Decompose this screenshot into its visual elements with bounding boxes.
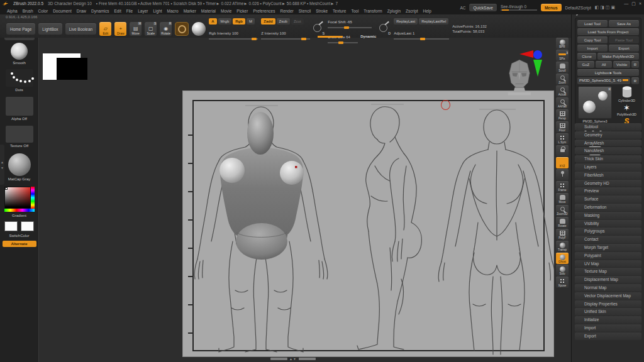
material-thumbnail[interactable] bbox=[8, 153, 31, 176]
menu-item[interactable]: Picker bbox=[235, 8, 250, 14]
right-shelf-button[interactable]: XYZ bbox=[556, 157, 569, 168]
current-material-button[interactable] bbox=[192, 22, 206, 36]
tool-section-row[interactable]: Contact bbox=[575, 236, 641, 243]
sculpt-model[interactable] bbox=[219, 112, 304, 260]
brush-thumbnail[interactable] bbox=[11, 43, 28, 60]
horizontal-scrollbar[interactable]: ▲▼ bbox=[270, 357, 316, 361]
r-button[interactable]: R bbox=[631, 61, 639, 68]
import-button[interactable]: Import bbox=[577, 45, 608, 52]
menu-item[interactable]: Macro bbox=[165, 8, 180, 14]
menu-item[interactable]: Help bbox=[421, 8, 433, 14]
clone-button[interactable]: Clone bbox=[577, 53, 596, 60]
tool-section-row[interactable]: Displacement Map bbox=[575, 276, 641, 283]
menu-item[interactable]: Layer bbox=[136, 8, 150, 14]
right-shelf-button[interactable]: Floor bbox=[556, 121, 569, 133]
menu-item[interactable]: Brush bbox=[21, 8, 35, 14]
tool-section-row[interactable]: Visibility bbox=[575, 220, 641, 228]
tool-section-row[interactable]: Thick Skin bbox=[575, 155, 641, 163]
gradient-label[interactable]: Gradient bbox=[12, 213, 26, 218]
home-page-button[interactable]: Home Page bbox=[6, 23, 35, 35]
scroll-bar-right[interactable] bbox=[299, 358, 316, 360]
see-through-track[interactable] bbox=[501, 9, 537, 11]
menu-item[interactable]: Stencil bbox=[297, 8, 313, 14]
right-shelf-button[interactable] bbox=[556, 169, 569, 180]
rgb-intensity-slider[interactable] bbox=[209, 38, 258, 40]
move-mode-button[interactable]: M ▤ Move bbox=[130, 22, 142, 36]
tool-section-row[interactable]: Morph Target bbox=[575, 244, 641, 251]
menu-item[interactable]: File bbox=[125, 8, 135, 14]
menu-item[interactable]: Texture bbox=[331, 8, 348, 14]
zcut-toggle[interactable]: Zcut bbox=[291, 18, 304, 25]
tool-section-row[interactable]: Masking bbox=[575, 212, 641, 219]
tool-section-row[interactable]: Vector Displacement Map bbox=[575, 292, 641, 300]
current-brush-button[interactable] bbox=[175, 22, 189, 36]
mrgb-toggle[interactable]: Mrgb bbox=[218, 18, 232, 25]
a-toggle[interactable]: A bbox=[209, 18, 216, 25]
tool-section-row[interactable]: Geometry HD bbox=[575, 180, 641, 187]
right-shelf-button[interactable]: Zoom3D bbox=[556, 205, 569, 216]
tool-section-row[interactable]: Display Properties bbox=[575, 300, 641, 308]
switch-color-label[interactable]: SwitchColor bbox=[9, 233, 29, 238]
tool-section-row[interactable]: Normal Map bbox=[575, 284, 641, 292]
see-through-slider[interactable]: See-through 0 bbox=[501, 4, 537, 11]
current-tool-thumbnail[interactable]: R bbox=[578, 86, 612, 119]
current-tool-field[interactable]: PM3D_Sphere3D1_5. 49 bbox=[577, 77, 630, 84]
load-tools-from-project-button[interactable]: Load Tools From Project bbox=[577, 28, 639, 35]
make-polymesh3d-button[interactable]: Make PolyMesh3D bbox=[597, 53, 639, 60]
replay-last-button[interactable]: ReplayLast bbox=[394, 18, 418, 25]
dynamic-label[interactable]: Dynamic bbox=[360, 35, 376, 38]
zadd-toggle[interactable]: Zadd bbox=[261, 18, 275, 25]
tool-section-row[interactable]: Initialize bbox=[575, 316, 641, 324]
draw-mode-button[interactable]: + Draw bbox=[114, 22, 126, 36]
stroke-thumbnail[interactable] bbox=[6, 69, 33, 87]
rgb-toggle[interactable]: Rgb bbox=[233, 18, 245, 25]
polymesh3d-tool[interactable]: ✶ PolyMesh3D bbox=[617, 104, 636, 117]
saturation-square[interactable] bbox=[5, 187, 30, 208]
tool-section-row[interactable]: NanoMesh bbox=[575, 147, 641, 155]
alpha-thumbnail[interactable] bbox=[6, 97, 33, 116]
menu-item[interactable]: Light bbox=[151, 8, 164, 14]
replay-icon[interactable]: D bbox=[379, 23, 391, 35]
menu-item[interactable]: Tool bbox=[349, 8, 360, 14]
menu-item[interactable]: Marker bbox=[182, 8, 198, 14]
tool-section-row[interactable]: ArrayMesh bbox=[575, 140, 641, 147]
replay-last-rel-button[interactable]: ReplayLastRel bbox=[419, 18, 448, 25]
lightbox-tools-button[interactable]: Lightbox►Tools bbox=[577, 69, 639, 76]
tool-section-row[interactable]: FiberMesh bbox=[575, 172, 641, 179]
document-canvas[interactable]: ▲▼ bbox=[39, 38, 571, 362]
zsub-toggle[interactable]: Zsub bbox=[277, 18, 290, 25]
tray-flyout-handle[interactable]: ▲▼ bbox=[0, 145, 4, 185]
quicksave-button[interactable]: QuickSave bbox=[469, 4, 496, 11]
focal-shift-slider[interactable] bbox=[328, 27, 372, 28]
adjust-last-slider[interactable] bbox=[394, 38, 449, 40]
tool-section-row[interactable]: Geometry bbox=[575, 131, 641, 139]
rotate-mode-button[interactable]: R ◉ Rotate bbox=[160, 22, 172, 36]
menu-item[interactable]: Zplugin bbox=[386, 8, 402, 14]
menu-item[interactable]: Stroke bbox=[314, 8, 330, 14]
menu-item[interactable]: Render bbox=[278, 8, 295, 14]
right-shelf-button[interactable]: BPR bbox=[556, 38, 569, 49]
right-shelf-button[interactable]: L.Sym bbox=[556, 133, 569, 145]
right-shelf-button[interactable]: Rotate bbox=[556, 217, 569, 228]
goz-button[interactable]: GoZ bbox=[577, 61, 594, 68]
stroke-alpha-icon[interactable]: S bbox=[313, 23, 325, 35]
right-shelf-button[interactable] bbox=[556, 145, 569, 156]
z-intensity-slider[interactable] bbox=[261, 38, 310, 40]
right-shelf-button[interactable]: Transp bbox=[556, 241, 569, 252]
secondary-color-swatch[interactable] bbox=[21, 221, 34, 231]
tool-section-row[interactable]: UV Map bbox=[575, 260, 641, 268]
menu-item[interactable]: Color bbox=[36, 8, 50, 14]
tool-section-row[interactable]: Import bbox=[575, 324, 641, 332]
menus-button[interactable]: Menus bbox=[541, 4, 562, 11]
right-shelf-button[interactable]: Actual bbox=[556, 85, 569, 97]
tool-section-row[interactable]: Layers bbox=[575, 163, 641, 171]
close-button[interactable]: × bbox=[639, 1, 641, 6]
tool-section-row[interactable]: Polypaint bbox=[575, 252, 641, 260]
right-shelf-button[interactable]: Ghost bbox=[556, 253, 569, 264]
scale-mode-button[interactable]: S ▢ Scale bbox=[145, 22, 157, 36]
export-button[interactable]: Export bbox=[609, 45, 639, 52]
minimize-button[interactable]: — bbox=[624, 1, 628, 6]
tool-section-row[interactable]: Deformation bbox=[575, 204, 641, 211]
right-shelf-button[interactable]: AAHalf bbox=[556, 97, 569, 109]
menu-item[interactable]: Zscript bbox=[404, 8, 420, 14]
